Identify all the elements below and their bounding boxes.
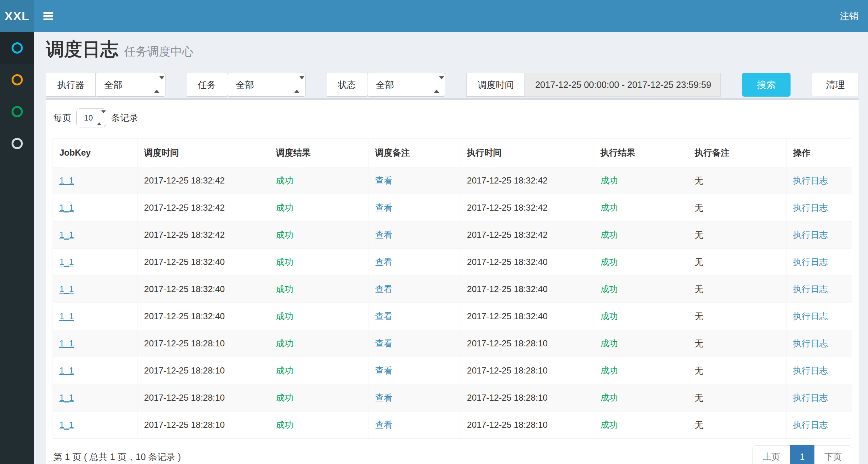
trigger-time-range-input[interactable]: 2017-12-25 00:00:00 - 2017-12-25 23:59:5…	[525, 73, 721, 97]
execution-log-link[interactable]: 执行日志	[793, 393, 828, 402]
status-filter-group: 状态 全部	[327, 73, 445, 97]
handle-result-text-cell: 成功	[594, 303, 688, 330]
trigger-result-text: 成功	[276, 176, 293, 185]
next-page-button[interactable]: 下页	[814, 445, 852, 464]
jobkey-link[interactable]: 1_1	[59, 420, 74, 430]
trigger-msg-link-cell: 查看	[368, 303, 460, 330]
handle-result-text: 成功	[601, 230, 618, 240]
circle-icon	[12, 74, 23, 85]
trigger-time-cell: 2017-12-25 18:32:40	[144, 284, 225, 294]
executor-filter-select[interactable]: 全部	[95, 73, 165, 97]
trigger-msg-link[interactable]: 查看	[375, 311, 392, 321]
trigger-msg-link-cell: 查看	[368, 167, 460, 194]
handle-msg-cell-cell: 无	[688, 194, 787, 222]
executor-filter-group: 执行器 全部	[46, 73, 165, 97]
executor-filter-label: 执行器	[46, 73, 96, 97]
column-header: 调度时间	[138, 139, 269, 167]
job-filter-select[interactable]: 全部	[227, 73, 306, 97]
trigger-result-text: 成功	[276, 257, 293, 267]
prev-page-button[interactable]: 上页	[753, 445, 791, 464]
trigger-msg-link[interactable]: 查看	[375, 230, 392, 240]
execution-log-link[interactable]: 执行日志	[793, 176, 828, 185]
execution-log-link[interactable]: 执行日志	[793, 311, 828, 321]
top-navbar: XXL 注销	[0, 0, 868, 32]
table-row: 1_12017-12-25 18:28:10成功查看2017-12-25 18:…	[53, 412, 852, 439]
trigger-msg-link[interactable]: 查看	[375, 420, 392, 430]
app-logo[interactable]: XXL	[0, 0, 34, 32]
handle-msg-cell: 无	[695, 257, 703, 267]
clear-button[interactable]: 清理	[812, 73, 859, 97]
trigger-time-cell-cell: 2017-12-25 18:28:10	[138, 384, 269, 412]
current-page-button[interactable]: 1	[790, 445, 814, 464]
trigger-msg-link[interactable]: 查看	[375, 176, 392, 185]
trigger-result-text-cell: 成功	[269, 222, 368, 249]
handle-msg-cell: 无	[695, 230, 703, 240]
handle-result-text: 成功	[601, 311, 618, 321]
jobkey-link-cell: 1_1	[53, 357, 138, 384]
execution-log-link[interactable]: 执行日志	[793, 338, 828, 348]
trigger-time-filter-label: 调度时间	[466, 73, 525, 97]
trigger-result-text: 成功	[276, 393, 293, 402]
handle-result-text: 成功	[601, 338, 618, 348]
column-header: 执行备注	[688, 139, 787, 167]
jobkey-link-cell: 1_1	[53, 303, 138, 330]
table-row: 1_12017-12-25 18:32:42成功查看2017-12-25 18:…	[53, 167, 852, 194]
execution-log-link[interactable]: 执行日志	[793, 203, 828, 212]
status-filter-select[interactable]: 全部	[367, 73, 445, 97]
jobkey-link[interactable]: 1_1	[59, 393, 74, 402]
handle-result-text: 成功	[601, 257, 618, 267]
execution-log-link-cell: 执行日志	[786, 167, 852, 194]
handle-msg-cell: 无	[695, 338, 703, 348]
jobkey-link[interactable]: 1_1	[59, 338, 74, 348]
trigger-result-text-cell: 成功	[269, 303, 368, 330]
jobkey-link[interactable]: 1_1	[59, 284, 74, 294]
jobkey-link[interactable]: 1_1	[59, 203, 74, 212]
page-size-select[interactable]: 10	[76, 108, 106, 127]
select-stepper-icon	[294, 80, 299, 90]
trigger-msg-link[interactable]: 查看	[375, 366, 392, 375]
jobkey-link[interactable]: 1_1	[59, 311, 74, 321]
execution-log-link[interactable]: 执行日志	[793, 420, 828, 430]
sidebar-menu-item-4[interactable]	[0, 127, 34, 159]
trigger-time-cell-cell: 2017-12-25 18:32:42	[138, 194, 269, 222]
trigger-msg-link[interactable]: 查看	[375, 338, 392, 348]
jobkey-link-cell: 1_1	[53, 249, 138, 276]
search-button[interactable]: 搜索	[742, 73, 791, 97]
trigger-time-cell-cell: 2017-12-25 18:32:40	[138, 249, 269, 276]
trigger-msg-link[interactable]: 查看	[375, 393, 392, 402]
jobkey-link[interactable]: 1_1	[59, 366, 74, 375]
trigger-msg-link-cell: 查看	[368, 357, 460, 384]
execution-log-link[interactable]: 执行日志	[793, 366, 828, 375]
trigger-result-text-cell: 成功	[269, 412, 368, 439]
trigger-time-cell: 2017-12-25 18:28:10	[144, 420, 225, 430]
handle-msg-cell: 无	[695, 366, 703, 375]
handle-msg-cell: 无	[695, 393, 703, 402]
jobkey-link[interactable]: 1_1	[59, 257, 74, 267]
circle-icon	[12, 42, 23, 54]
logout-link[interactable]: 注销	[840, 10, 859, 22]
trigger-msg-link[interactable]: 查看	[375, 203, 392, 212]
trigger-result-text-cell: 成功	[269, 330, 368, 357]
sidebar-menu-item-2[interactable]	[0, 64, 34, 96]
trigger-msg-link[interactable]: 查看	[375, 284, 392, 294]
column-header: JobKey	[53, 139, 138, 167]
execution-log-link-cell: 执行日志	[786, 249, 852, 276]
trigger-msg-link-cell: 查看	[368, 330, 460, 357]
execution-log-link[interactable]: 执行日志	[793, 284, 828, 294]
column-header: 调度备注	[368, 139, 460, 167]
handle-result-text-cell: 成功	[594, 194, 688, 222]
sidebar-menu-item-1[interactable]	[0, 32, 34, 64]
sidebar-toggle-button[interactable]	[34, 0, 62, 32]
jobkey-link[interactable]: 1_1	[59, 230, 74, 240]
sidebar-menu-item-3[interactable]	[0, 96, 34, 127]
handle-msg-cell-cell: 无	[688, 384, 787, 412]
handle-result-text: 成功	[601, 203, 618, 212]
status-filter-label: 状态	[327, 73, 367, 97]
trigger-msg-link[interactable]: 查看	[375, 257, 392, 267]
select-stepper-icon	[97, 113, 102, 123]
execution-log-link-cell: 执行日志	[786, 412, 852, 439]
joblog-table: JobKey调度时间调度结果调度备注执行时间执行结果执行备注操作 1_12017…	[52, 138, 852, 439]
execution-log-link[interactable]: 执行日志	[793, 257, 828, 267]
execution-log-link[interactable]: 执行日志	[793, 230, 828, 240]
jobkey-link[interactable]: 1_1	[59, 176, 74, 185]
